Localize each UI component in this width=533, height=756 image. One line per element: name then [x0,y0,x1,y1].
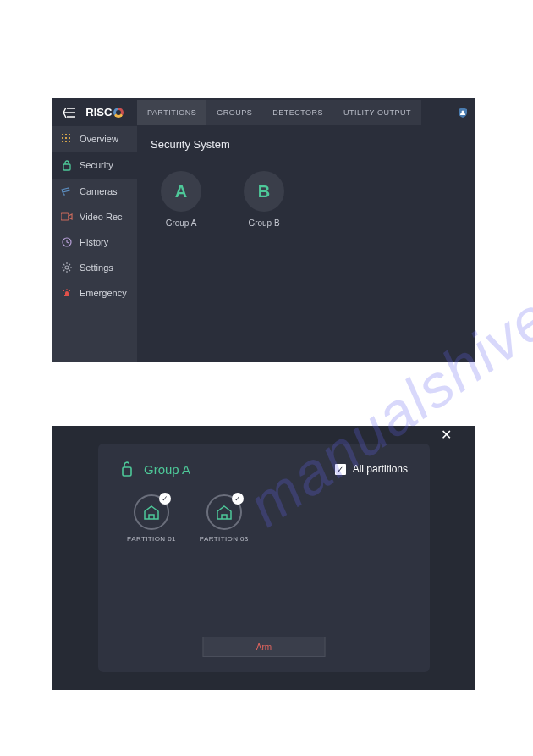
svg-rect-4 [65,137,67,139]
svg-rect-9 [63,164,70,170]
sidebar-item-settings[interactable]: Settings [52,255,137,280]
checkbox-checked-icon: ✓ [335,464,346,475]
svg-rect-5 [69,137,70,139]
unlock-icon [120,461,134,477]
lock-icon [61,159,73,171]
arm-button[interactable]: Arm [203,637,326,657]
all-partitions-label: All partitions [353,463,408,475]
security-app-main: RISC Overview Security Cameras Video [52,98,475,362]
check-badge-icon: ✓ [232,493,244,505]
svg-rect-3 [62,137,63,139]
svg-rect-6 [62,141,63,142]
svg-point-12 [65,266,69,269]
partitions-list: ✓ PARTITION 01 ✓ PARTITION 03 [120,494,408,543]
svg-rect-7 [65,141,67,142]
tab-detectors[interactable]: DETECTORS [262,100,333,125]
clock-icon [61,237,73,247]
group-circle: A [161,171,201,212]
svg-rect-10 [61,213,69,220]
home-icon [142,504,161,521]
sidebar-item-history[interactable]: History [52,229,137,255]
sidebar-item-cameras[interactable]: Cameras [52,179,137,204]
svg-rect-14 [123,467,131,476]
svg-rect-1 [65,134,67,135]
svg-rect-2 [69,134,70,135]
sidebar-item-label: Emergency [80,288,127,298]
svg-rect-8 [69,141,70,142]
topbar-tabs: PARTITIONS GROUPS DETECTORS UTILITY OUTP… [137,100,421,125]
sidebar-item-label: Cameras [80,186,118,196]
group-circle: B [244,171,284,212]
sidebar-item-overview[interactable]: Overview [52,126,137,152]
sidebar: RISC Overview Security Cameras Video [52,98,137,362]
alarm-icon [61,288,73,298]
gear-icon [61,262,73,273]
tab-utility[interactable]: UTILITY OUTPUT [333,100,421,125]
partition-circle: ✓ [134,494,169,530]
topbar: PARTITIONS GROUPS DETECTORS UTILITY OUTP… [137,98,475,126]
sidebar-item-label: Overview [80,134,118,144]
modal-title: Group A [120,461,190,477]
camera-icon [61,187,73,196]
user-badge-icon[interactable] [450,106,475,119]
partition-01[interactable]: ✓ PARTITION 01 [127,494,176,543]
close-icon[interactable]: ✕ [441,427,452,443]
tab-partitions[interactable]: PARTITIONS [137,100,206,125]
group-a[interactable]: A Group A [161,171,201,228]
group-modal: ✕ Group A ✓ All partitions ✓ PARTITION 0… [98,444,430,672]
partition-label: PARTITION 03 [200,535,249,543]
sidebar-item-videorec[interactable]: Video Rec [52,204,137,229]
grid-icon [61,134,73,144]
menu-icon[interactable] [58,108,80,118]
modal-header: Group A ✓ All partitions [120,461,408,477]
sidebar-item-emergency[interactable]: Emergency [52,280,137,306]
home-icon [215,504,234,521]
tab-groups[interactable]: GROUPS [206,100,262,125]
partition-03[interactable]: ✓ PARTITION 03 [200,494,249,543]
partition-label: PARTITION 01 [127,535,176,543]
sidebar-item-label: History [80,237,108,247]
group-label: Group B [248,218,279,228]
brand-logo: RISC [85,106,132,119]
sidebar-item-label: Video Rec [80,212,123,222]
check-badge-icon: ✓ [159,493,171,505]
group-label: Group A [166,218,197,228]
group-b[interactable]: B Group B [244,171,284,228]
main-panel: PARTITIONS GROUPS DETECTORS UTILITY OUTP… [137,98,475,362]
partition-circle: ✓ [206,494,242,530]
group-detail-modal-screen: ✕ Group A ✓ All partitions ✓ PARTITION 0… [52,426,475,690]
all-partitions-checkbox[interactable]: ✓ All partitions [335,463,408,475]
sidebar-item-label: Settings [80,262,113,273]
page-title: Security System [137,126,475,163]
video-icon [61,212,73,221]
sidebar-item-label: Security [80,160,113,170]
sidebar-item-security[interactable]: Security [52,152,137,179]
groups-list: A Group A B Group B [137,163,475,236]
svg-rect-0 [62,134,63,135]
